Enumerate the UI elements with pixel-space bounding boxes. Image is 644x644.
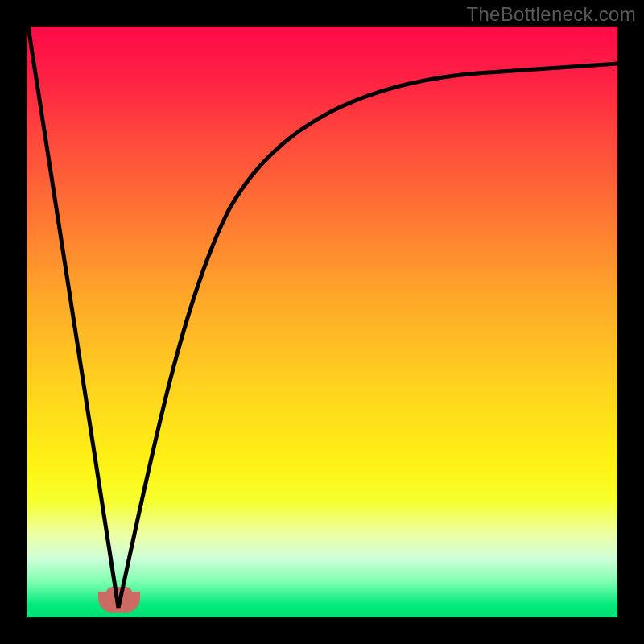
curve-right-sweep: [118, 64, 617, 608]
curve-left-descent: [28, 27, 118, 608]
watermark-text: TheBottleneck.com: [466, 3, 636, 26]
bottleneck-curve: [27, 27, 617, 617]
plot-frame: [27, 27, 617, 617]
